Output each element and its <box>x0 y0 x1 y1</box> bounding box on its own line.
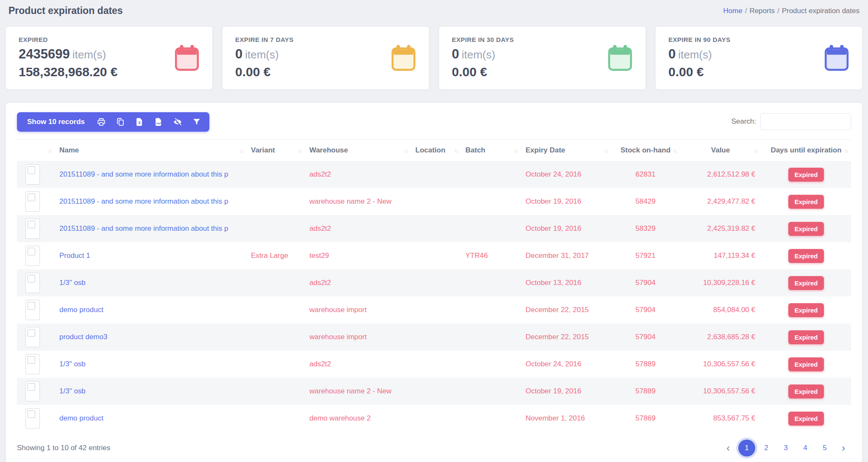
table-row: Product 1 Extra Large test29 YTR46 Decem… <box>17 242 851 269</box>
product-name-link[interactable]: 201511089 - and some more information ab… <box>59 197 228 205</box>
column-header-location[interactable]: Location↑↓ <box>411 140 461 161</box>
product-name-link[interactable]: 1/3" osb <box>59 360 86 368</box>
column-header-name[interactable]: Name↑↓ <box>55 140 247 161</box>
excel-export-button[interactable]: x <box>130 112 149 132</box>
column-header-stock-on-hand[interactable]: Stock on-hand↑↓ <box>611 140 680 161</box>
expiry-date-cell: October 24, 2016 <box>521 161 611 188</box>
column-header-days-until-expiration[interactable]: Days until expiration↑↓ <box>761 140 851 161</box>
expiry-date-cell: December 31, 2017 <box>521 242 611 269</box>
filter-button[interactable] <box>187 112 206 132</box>
pagination-prev-button[interactable]: ‹ <box>721 440 736 456</box>
print-button[interactable] <box>92 112 111 132</box>
table-row: 1/3" osb ads2t2 October 24, 2016 57889 1… <box>17 351 851 378</box>
pagination-page-1[interactable]: 1 <box>738 440 755 456</box>
column-header-expiry-date[interactable]: Expiry Date↑↓ <box>521 140 611 161</box>
table-panel: Show 10 records x <box>6 103 862 462</box>
variant-cell <box>247 215 305 242</box>
location-cell <box>411 242 461 269</box>
value-cell: 10,306,557.56 € <box>680 351 761 378</box>
show-records-button[interactable]: Show 10 records <box>20 118 92 126</box>
table-row: 1/3" osb warehouse name 2 - New October … <box>17 378 851 405</box>
print-icon <box>97 117 106 127</box>
stock-on-hand-cell: 62831 <box>611 161 680 188</box>
copy-icon <box>116 117 125 127</box>
expiry-date-cell: October 19, 2016 <box>521 215 611 242</box>
checkbox-inner <box>28 221 35 228</box>
sort-icon: ↑↓ <box>48 147 52 154</box>
product-name-link[interactable]: product demo3 <box>59 333 107 341</box>
batch-cell <box>461 324 521 351</box>
column-header-value[interactable]: Value↑↓ <box>680 140 761 161</box>
pagination-page-4[interactable]: 4 <box>797 440 814 456</box>
stock-on-hand-cell: 57904 <box>611 324 680 351</box>
row-checkbox[interactable] <box>25 219 40 239</box>
stock-on-hand-cell: 58429 <box>611 188 680 215</box>
column-header-variant[interactable]: Variant↑↓ <box>247 140 305 161</box>
variant-cell <box>247 351 305 378</box>
checkbox-inner <box>28 410 35 418</box>
product-name-link[interactable]: 1/3" osb <box>59 279 86 287</box>
table-row: 201511089 - and some more information ab… <box>17 215 851 242</box>
row-checkbox[interactable] <box>25 300 40 320</box>
status-badge: Expired <box>788 249 823 263</box>
breadcrumb-reports: Reports <box>749 7 775 15</box>
row-checkbox[interactable] <box>25 191 40 212</box>
table-header: ↑↓ Name↑↓ Variant↑↓ Warehouse↑↓ Location… <box>17 140 851 161</box>
row-checkbox[interactable] <box>25 408 40 429</box>
warehouse-cell: warehouse name 2 - New <box>305 188 411 215</box>
column-header-warehouse[interactable]: Warehouse↑↓ <box>305 140 411 161</box>
row-checkbox[interactable] <box>25 164 40 185</box>
row-checkbox[interactable] <box>25 246 40 266</box>
card-count: 2435699 <box>19 47 70 61</box>
card-unit: item(s) <box>72 48 106 61</box>
status-badge: Expired <box>788 357 823 371</box>
variant-cell <box>247 324 305 351</box>
product-name-link[interactable]: Product 1 <box>59 252 90 260</box>
card-count: 0 <box>452 47 459 61</box>
pagination-next-button[interactable]: › <box>836 440 851 456</box>
column-visibility-button[interactable] <box>168 112 187 132</box>
status-badge: Expired <box>788 412 823 426</box>
batch-cell <box>461 161 521 188</box>
warehouse-cell: warehouse name 2 - New <box>305 378 411 405</box>
location-cell <box>411 378 461 405</box>
column-header-batch[interactable]: Batch↑↓ <box>461 140 521 161</box>
product-name-link[interactable]: 1/3" osb <box>59 387 86 395</box>
column-header-select[interactable]: ↑↓ <box>17 140 55 161</box>
pagination-page-2[interactable]: 2 <box>758 440 775 456</box>
row-checkbox[interactable] <box>25 381 40 401</box>
checkbox-inner <box>28 194 35 201</box>
page: Product expiration dates Home/Reports/Pr… <box>0 0 868 462</box>
row-checkbox[interactable] <box>25 354 40 374</box>
card-label: EXPIRE IN 30 DAYS <box>452 36 633 43</box>
copy-button[interactable] <box>111 112 130 132</box>
toolbar-button-group: Show 10 records x <box>17 112 209 132</box>
pdf-export-button[interactable] <box>149 112 168 132</box>
product-name-link[interactable]: 201511089 - and some more information ab… <box>59 170 228 178</box>
breadcrumb-home-link[interactable]: Home <box>723 7 742 15</box>
calendar-icon <box>607 44 633 72</box>
stat-card-expire-7-days: EXPIRE IN 7 DAYS 0item(s) 0.00 € <box>223 27 429 89</box>
row-checkbox[interactable] <box>25 327 40 347</box>
sort-icon: ↑↓ <box>673 147 676 154</box>
calendar-icon <box>174 44 200 72</box>
pagination-page-5[interactable]: 5 <box>816 440 833 456</box>
product-name-link[interactable]: 201511089 - and some more information ab… <box>59 224 228 232</box>
checkbox-inner <box>28 166 35 174</box>
row-checkbox[interactable] <box>25 273 40 293</box>
table-toolbar: Show 10 records x <box>17 112 851 132</box>
warehouse-cell: warehouse import <box>305 324 411 351</box>
product-name-link[interactable]: demo product <box>59 306 103 314</box>
warehouse-cell: test29 <box>305 242 411 269</box>
batch-cell <box>461 269 521 296</box>
search-input[interactable] <box>760 113 851 130</box>
checkbox-inner <box>28 275 35 282</box>
status-badge: Expired <box>788 195 823 209</box>
product-name-link[interactable]: demo product <box>59 414 103 422</box>
expiry-date-cell: October 13, 2016 <box>521 269 611 296</box>
checkbox-inner <box>28 383 35 391</box>
table-row: 201511089 - and some more information ab… <box>17 188 851 215</box>
pagination-page-3[interactable]: 3 <box>777 440 794 456</box>
pagination: ‹ 12345 › <box>721 440 851 456</box>
sort-icon: ↑↓ <box>239 147 243 154</box>
